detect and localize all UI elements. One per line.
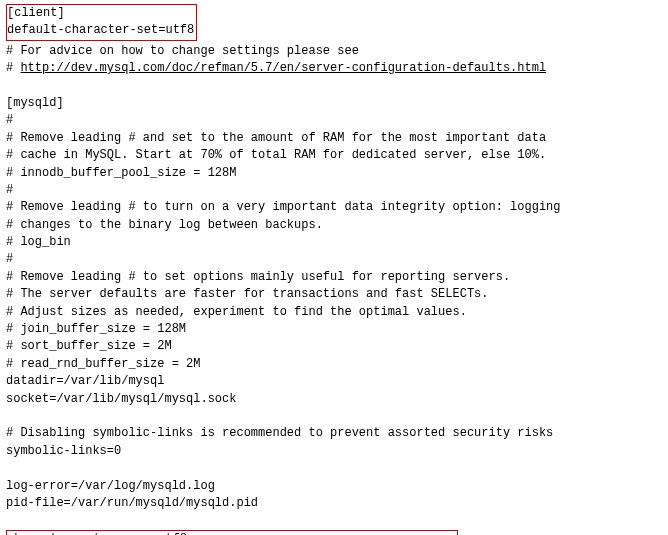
config-line: datadir=/var/lib/mysql xyxy=(6,373,662,390)
highlight-box-client: [client] default-character-set=utf8 xyxy=(6,4,197,41)
config-line: # http://dev.mysql.com/doc/refman/5.7/en… xyxy=(6,60,662,77)
config-line: # read_rnd_buffer_size = 2M xyxy=(6,356,662,373)
config-line: # Adjust sizes as needed, experiment to … xyxy=(6,304,662,321)
highlight-box-charset: character-set-server=utf8 collation-serv… xyxy=(6,530,458,535)
config-line: log-error=/var/log/mysqld.log xyxy=(6,478,662,495)
config-line: character-set-server=utf8 xyxy=(7,531,237,535)
config-line: pid-file=/var/run/mysqld/mysqld.pid xyxy=(6,495,662,512)
config-line: # For advice on how to change settings p… xyxy=(6,43,662,60)
config-line: socket=/var/lib/mysql/mysql.sock xyxy=(6,391,662,408)
config-line: # The server defaults are faster for tra… xyxy=(6,286,662,303)
config-line: # xyxy=(6,112,662,129)
config-line: # Remove leading # and set to the amount… xyxy=(6,130,662,147)
blank-line xyxy=(6,512,662,529)
config-line: # sort_buffer_size = 2M xyxy=(6,338,662,355)
blank-line xyxy=(6,460,662,477)
blank-line xyxy=(6,408,662,425)
doc-url: http://dev.mysql.com/doc/refman/5.7/en/s… xyxy=(20,61,546,75)
config-line: default-character-set=utf8 xyxy=(7,22,194,39)
config-line: # changes to the binary log between back… xyxy=(6,217,662,234)
blank-line xyxy=(6,78,662,95)
config-line: # log_bin xyxy=(6,234,662,251)
config-line: # Remove leading # to turn on a very imp… xyxy=(6,199,662,216)
config-line: # Remove leading # to set options mainly… xyxy=(6,269,662,286)
config-line: # innodb_buffer_pool_size = 128M xyxy=(6,165,662,182)
config-line: symbolic-links=0 xyxy=(6,443,662,460)
config-line: [mysqld] xyxy=(6,95,662,112)
config-line: [client] xyxy=(7,5,194,22)
config-line: # cache in MySQL. Start at 70% of total … xyxy=(6,147,662,164)
config-line: # Disabling symbolic-links is recommende… xyxy=(6,425,662,442)
config-line: # join_buffer_size = 128M xyxy=(6,321,662,338)
config-line: # xyxy=(6,182,662,199)
config-line: # xyxy=(6,251,662,268)
